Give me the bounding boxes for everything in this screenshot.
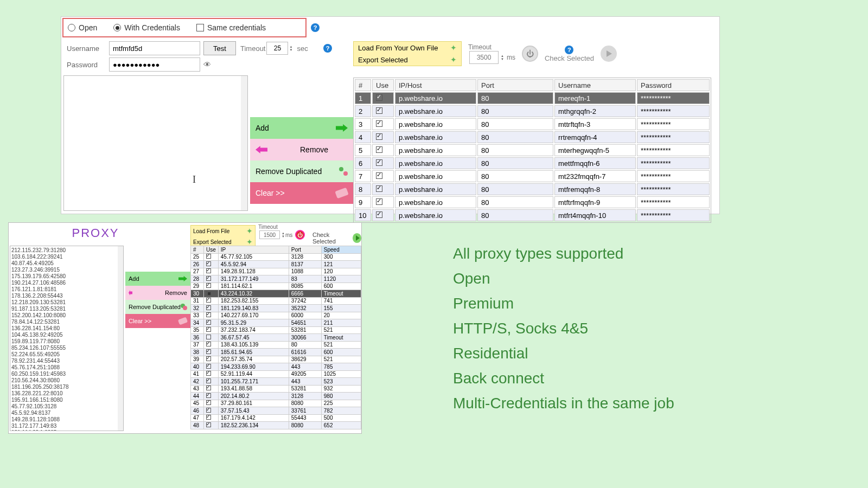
checkbox-icon[interactable] (376, 133, 382, 140)
list-item[interactable]: 181.196.205.250:38178 (11, 384, 122, 390)
table-row[interactable]: 3636.67.57.4530066Timeout (191, 334, 361, 342)
checkbox-icon[interactable] (206, 305, 211, 310)
table-row[interactable]: 31182.253.82.15537242741 (191, 297, 361, 305)
checkbox-icon[interactable] (206, 386, 211, 390)
spinner-buttons[interactable]: ▲▼ (282, 232, 285, 238)
play-button[interactable] (601, 46, 617, 62)
checkbox-icon[interactable] (206, 393, 211, 398)
radio-open[interactable]: Open (68, 23, 97, 32)
checkbox-icon[interactable] (376, 159, 382, 166)
table-row[interactable]: 37138.43.105.13980521 (191, 341, 361, 349)
table-row[interactable]: 43193.41.88.5853281932 (191, 385, 361, 393)
help-icon[interactable]: ? (565, 46, 573, 54)
remove-duplicated-button[interactable]: Remove Duplicated (125, 300, 190, 314)
table-row[interactable]: 2645.5.92.948137121 (191, 261, 361, 268)
list-item[interactable]: 178.136.2.208:55443 (11, 293, 122, 299)
table-row[interactable]: 3p.webshare.io80mttrftqfn-3*********** (355, 118, 710, 130)
table-row[interactable]: 6p.webshare.io80mettfmqqfn-6*********** (355, 157, 710, 169)
proxy-input-textarea[interactable] (63, 75, 248, 211)
table-row[interactable]: 27149.28.91.1281088120 (191, 268, 361, 275)
table-row[interactable]: 3495.31.5.2954651211 (191, 319, 361, 327)
table-row[interactable]: 2831.172.177.149831120 (191, 275, 361, 283)
table-row[interactable]: 32181.129.140.8335232155 (191, 305, 361, 312)
scrollbar[interactable] (241, 76, 247, 210)
checkbox-icon[interactable] (206, 342, 211, 346)
checkbox-icon[interactable] (206, 335, 211, 339)
spinner-buttons[interactable]: ▲▼ (289, 45, 292, 52)
checkbox-icon[interactable] (206, 422, 211, 427)
proxy-table-small[interactable]: # Use IP Port Speed 2545.77.92.105312830… (190, 246, 361, 429)
list-item[interactable]: 175.139.179.65:42580 (11, 273, 122, 280)
table-row[interactable]: 8p.webshare.io80mtfremqqfn-8*********** (355, 183, 710, 195)
remove-button[interactable]: Remove (125, 286, 190, 300)
add-button[interactable]: Add (125, 272, 190, 286)
list-item[interactable]: 40.87.45.4:49205 (11, 260, 122, 267)
checkbox-icon[interactable] (376, 211, 382, 218)
checkbox-icon[interactable] (206, 291, 211, 296)
list-item[interactable]: 85.234.126.107:55555 (11, 345, 122, 351)
list-item[interactable]: 136.228.221.22:8010 (11, 390, 122, 397)
proxy-table[interactable]: # Use IP/Host Port Username Password 1p.… (353, 78, 711, 223)
help-icon[interactable]: ? (323, 44, 332, 53)
test-button[interactable]: Test (203, 41, 236, 55)
list-item[interactable]: 104.45.138.92:49205 (11, 332, 122, 338)
table-row[interactable]: 7p.webshare.io80mt232fmqqfn-7*********** (355, 170, 710, 182)
checkbox-icon[interactable] (206, 312, 211, 317)
timeout-stepper[interactable]: 3500 (469, 51, 499, 64)
checkbox-icon[interactable] (376, 198, 382, 205)
checkbox-icon[interactable] (376, 107, 382, 114)
checkbox-icon[interactable] (206, 408, 211, 413)
list-item[interactable]: 45.76.174.251:1088 (11, 364, 122, 371)
scrollbar[interactable] (118, 246, 123, 431)
username-input[interactable] (109, 41, 200, 55)
stop-icon[interactable]: ⏻ (295, 230, 305, 240)
table-row[interactable]: 29181.114.62.18085600 (191, 282, 361, 290)
list-item[interactable]: 159.89.119.77:8080 (11, 338, 122, 345)
checkbox-icon[interactable] (206, 349, 211, 354)
checkbox-icon[interactable] (206, 327, 211, 332)
checkbox-icon[interactable] (376, 120, 382, 127)
checkbox-icon[interactable] (376, 146, 382, 153)
list-item[interactable]: 45.77.92.105:3128 (11, 403, 122, 410)
checkbox-icon[interactable] (206, 356, 211, 361)
table-row[interactable]: 4637.57.15.4333761782 (191, 407, 361, 415)
table-row[interactable]: 2p.webshare.io80mthgrqqfn-2*********** (355, 105, 710, 117)
list-item[interactable]: 31.172.177.149:83 (11, 423, 122, 429)
checkbox-icon[interactable] (206, 261, 211, 266)
check-selected-small[interactable]: Check Selected (312, 232, 361, 245)
table-row[interactable]: 38185.61.94.6561616600 (191, 349, 361, 356)
table-row[interactable]: 9p.webshare.io80mtftrfmqqfn-9*********** (355, 196, 710, 208)
list-item[interactable]: 195.91.166.151:8080 (11, 397, 122, 403)
checkbox-icon[interactable] (376, 94, 382, 101)
table-row[interactable]: 39202.57.35.7438629521 (191, 356, 361, 363)
checkbox-icon[interactable] (206, 268, 211, 273)
checkbox-icon[interactable] (206, 320, 211, 325)
power-icon[interactable]: ⏻ (522, 46, 538, 62)
table-row[interactable]: 3537.232.183.7453281521 (191, 326, 361, 334)
add-button[interactable]: Add (250, 117, 353, 139)
list-item[interactable]: 78.84.14.122:53281 (11, 319, 122, 325)
table-row[interactable]: 33140.227.69.170600020 (191, 312, 361, 319)
ip-list[interactable]: 212.115.232.79:31280103.6.184.222:392414… (10, 246, 124, 431)
list-item[interactable]: 60.250.159.191:45983 (11, 371, 122, 377)
table-row[interactable]: 47167.179.4.14255443500 (191, 414, 361, 422)
list-item[interactable]: 123.27.3.246:39915 (11, 267, 122, 273)
checkbox-icon[interactable] (206, 254, 211, 259)
table-row[interactable]: 5p.webshare.io80mterhegwqqfn-5**********… (355, 144, 710, 156)
timeout-stepper[interactable]: 1500 (259, 230, 280, 239)
checkbox-icon[interactable] (376, 185, 382, 192)
table-row[interactable]: 48182.52.236.1348080652 (191, 422, 361, 429)
list-item[interactable]: 212.115.232.79:31280 (11, 247, 122, 254)
checkbox-icon[interactable] (206, 283, 211, 288)
checkbox-icon[interactable] (376, 172, 382, 179)
checkbox-icon[interactable] (206, 364, 211, 369)
load-from-file-button[interactable]: Load From File ✦ (191, 226, 255, 236)
list-item[interactable]: 136.228.141.154:80 (11, 325, 122, 332)
list-item[interactable]: 181.114.62.1:8085 (11, 429, 122, 431)
clear-button[interactable]: Clear >> (250, 182, 353, 204)
list-item[interactable]: 152.200.142.100:8080 (11, 312, 122, 319)
table-row[interactable]: 4p.webshare.io80rrtremqqfn-4*********** (355, 131, 710, 143)
list-item[interactable]: 176.121.1.81:8181 (11, 286, 122, 293)
table-row[interactable]: 42101.255.72.171443523 (191, 378, 361, 386)
password-input[interactable] (109, 57, 200, 72)
